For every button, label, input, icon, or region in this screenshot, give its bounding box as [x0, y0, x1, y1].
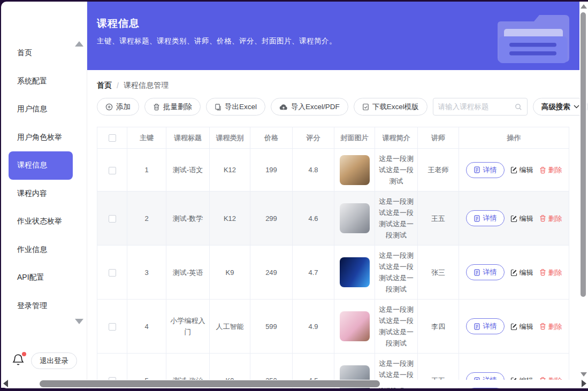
sidebar-footer: 退出登录 — [1, 352, 87, 370]
column-header-4: 评分 — [293, 127, 334, 149]
table-header-row: 主键课程标题课程类别价格评分封面图片课程简介讲师操作 — [97, 127, 569, 149]
column-header-2: 课程类别 — [210, 127, 250, 149]
folder-icon — [493, 13, 572, 66]
document-icon — [474, 269, 480, 276]
course-table-wrap: 主键课程标题课程类别价格评分封面图片课程简介讲师操作 1测试-语文K121994… — [97, 127, 569, 388]
detail-button[interactable]: 详情 — [466, 318, 505, 334]
detail-button[interactable]: 详情 — [466, 162, 505, 178]
sidebar-item-1[interactable]: 系统配置 — [9, 67, 73, 96]
horizontal-scrollbar — [1, 380, 579, 388]
edit-button[interactable]: 编辑 — [510, 321, 533, 332]
row-checkbox[interactable] — [109, 167, 116, 174]
horizontal-scrollbar-thumb[interactable] — [40, 380, 380, 387]
delete-button[interactable]: 删除 — [539, 267, 562, 278]
cloud-upload-icon — [279, 104, 288, 110]
cell-score: 4.9 — [293, 300, 334, 354]
delete-button[interactable]: 删除 — [539, 213, 562, 224]
column-header-6: 课程简介 — [375, 127, 418, 149]
trash-icon — [539, 323, 546, 330]
document-icon — [474, 166, 480, 173]
sidebar-item-5[interactable]: 课程内容 — [9, 180, 73, 208]
sidebar-item-7[interactable]: 作业信息 — [9, 236, 73, 264]
scroll-down-arrow-icon[interactable] — [581, 372, 587, 377]
cell-intro: 这是一段测试这是一段测试这是一段测试 — [375, 191, 418, 246]
row-checkbox[interactable] — [109, 269, 116, 277]
cell-teacher: 王老师 — [418, 149, 459, 191]
trash-icon — [539, 269, 546, 276]
sidebar-item-3[interactable]: 用户角色枚举 — [9, 124, 73, 152]
sidebar-item-9[interactable]: 登录管理 — [9, 292, 73, 320]
export-excel-button[interactable]: 导出Excel — [206, 98, 265, 116]
reading-book-photo[interactable] — [340, 203, 370, 233]
sidebar-item-4[interactable]: 课程信息 — [9, 151, 73, 180]
cell-id: 3 — [127, 246, 166, 300]
sidebar-item-8[interactable]: API配置 — [9, 264, 73, 292]
column-header-5: 封面图片 — [334, 127, 375, 149]
add-button[interactable]: 添加 — [97, 98, 139, 116]
trash-icon — [539, 166, 546, 174]
breadcrumb: 首页 / 课程信息管理 — [97, 81, 588, 90]
bell-icon[interactable] — [12, 353, 26, 368]
breadcrumb-current: 课程信息管理 — [124, 81, 169, 90]
detail-button[interactable]: 详情 — [466, 210, 505, 226]
download-template-button[interactable]: 下载Excel模版 — [354, 98, 427, 116]
sidebar-scroll-down-icon[interactable] — [75, 319, 83, 324]
sidebar-item-0[interactable]: 首页 — [9, 39, 73, 67]
blue-wave-photo[interactable] — [340, 257, 370, 287]
breadcrumb-home-link[interactable]: 首页 — [97, 81, 112, 90]
column-header-3: 价格 — [250, 127, 293, 149]
sidebar-item-2[interactable]: 用户信息 — [9, 95, 73, 124]
delete-button[interactable]: 删除 — [539, 164, 562, 175]
cell-category: 人工智能 — [210, 300, 250, 354]
scroll-left-arrow-icon[interactable] — [3, 380, 8, 387]
trash-icon — [539, 214, 546, 222]
row-checkbox[interactable] — [109, 323, 116, 331]
main-content: 课程信息 主键、课程标题、课程类别、讲师、价格、评分、封面图片、课程简介。 首页… — [87, 2, 588, 388]
cell-teacher: 李四 — [418, 300, 459, 354]
anime-girl-photo[interactable] — [340, 311, 370, 341]
column-header-7: 讲师 — [418, 127, 459, 149]
vertical-scrollbar-thumb[interactable] — [581, 12, 586, 297]
edit-button[interactable]: 编辑 — [510, 267, 533, 278]
trash-icon — [153, 103, 160, 111]
row-checkbox[interactable] — [109, 215, 116, 223]
edit-pencil-icon — [510, 269, 517, 276]
edit-button[interactable]: 编辑 — [510, 213, 533, 224]
select-all-checkbox[interactable] — [109, 134, 116, 142]
cell-title: 测试-英语 — [166, 246, 210, 300]
cell-title: 小学编程入门 — [166, 300, 210, 354]
detail-button[interactable]: 详情 — [466, 264, 505, 280]
cell-category: K12 — [210, 149, 250, 191]
toolbar: 添加 批量删除 导出Excel 导入Excel/PDF 下载Excel模版 — [97, 98, 569, 116]
laptop-desk-photo[interactable] — [340, 155, 370, 185]
cell-price: 249 — [250, 246, 293, 300]
magnifier-icon[interactable] — [515, 103, 522, 111]
search-box — [433, 98, 528, 116]
cell-price: 199 — [250, 149, 293, 191]
sidebar-item-6[interactable]: 作业状态枚举 — [9, 208, 73, 236]
import-excel-button[interactable]: 导入Excel/PDF — [271, 98, 348, 116]
delete-button[interactable]: 删除 — [539, 321, 562, 332]
scroll-up-arrow-icon[interactable] — [581, 4, 587, 9]
cell-price: 599 — [250, 300, 293, 354]
copy-document-icon — [215, 103, 222, 111]
batch-delete-button[interactable]: 批量删除 — [144, 98, 201, 116]
column-header-1: 课程标题 — [166, 127, 210, 149]
edit-pencil-icon — [510, 323, 517, 330]
document-icon — [474, 323, 480, 330]
plus-circle-icon — [105, 103, 113, 111]
edit-pencil-icon — [510, 166, 517, 173]
course-table: 主键课程标题课程类别价格评分封面图片课程简介讲师操作 1测试-语文K121994… — [97, 127, 569, 388]
scroll-right-arrow-icon[interactable] — [582, 380, 586, 387]
search-input[interactable] — [438, 103, 515, 111]
edit-button[interactable]: 编辑 — [510, 164, 533, 175]
sidebar: 首页系统配置用户信息用户角色枚举课程信息课程内容作业状态枚举作业信息API配置登… — [1, 2, 87, 388]
logout-button[interactable]: 退出登录 — [31, 352, 77, 369]
cell-id: 4 — [127, 300, 166, 354]
notification-badge — [22, 352, 26, 356]
cell-teacher: 王五 — [418, 191, 459, 246]
cell-intro: 这是一段测试这是一段测试这是一段测试 — [375, 246, 418, 300]
table-row: 1测试-语文K121994.8这是一段测试这是一段测试王老师详情编辑删除 — [97, 149, 569, 191]
cell-id: 1 — [127, 149, 166, 191]
cell-title: 测试-数学 — [166, 191, 210, 246]
